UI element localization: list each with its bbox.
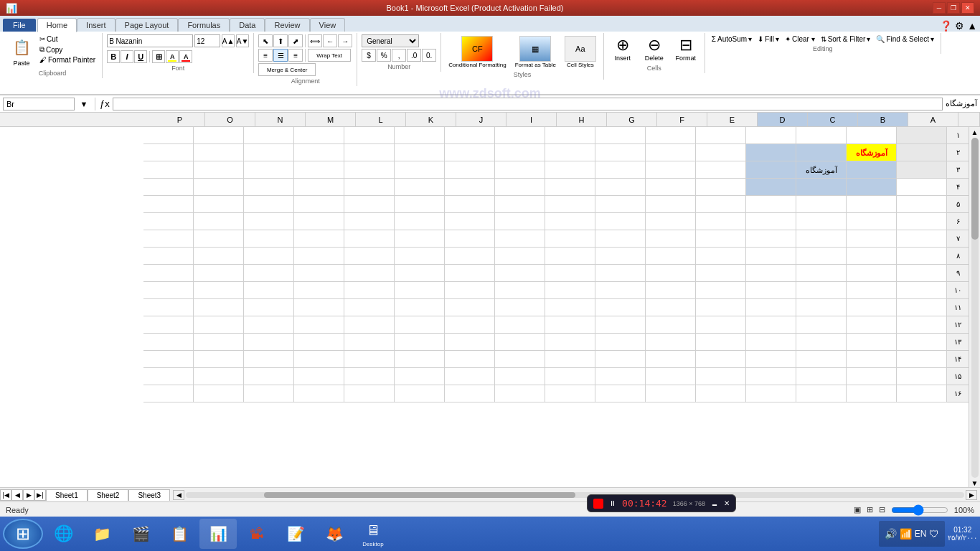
cell-j9[interactable] [445,265,495,282]
cell-o8[interactable] [194,248,244,265]
name-box-dropdown[interactable]: ▼ [77,98,90,110]
cell-f12[interactable] [646,316,696,334]
cell-j1[interactable] [445,127,495,144]
cell-f7[interactable] [646,230,696,248]
cell-j7[interactable] [445,230,495,248]
cell-m9[interactable] [294,265,344,282]
number-format-select[interactable]: General [362,34,419,47]
cell-k3[interactable] [395,161,445,179]
zoom-slider[interactable] [891,504,948,516]
align-left-button[interactable]: ≡ [258,49,273,62]
cell-g9[interactable] [595,265,646,282]
wrap-text-button[interactable]: Wrap Text [308,49,351,62]
row-num-9[interactable]: ۹ [947,265,969,282]
cell-f11[interactable] [646,299,696,316]
cell-n9[interactable] [244,265,294,282]
cell-p3[interactable] [143,161,194,179]
close-recording-icon[interactable]: ✕ [724,499,730,507]
cell-l12[interactable] [344,316,395,334]
cell-f3[interactable] [646,161,696,179]
decimal-increase-button[interactable]: .0 [407,49,421,62]
cell-g6[interactable] [595,213,646,230]
col-header-e[interactable]: E [707,113,758,127]
cell-p15[interactable] [143,368,194,385]
vertical-scrollbar[interactable]: ▲ ▼ [969,127,980,487]
cell-o10[interactable] [194,282,244,299]
cell-o3[interactable] [194,161,244,179]
cell-b10[interactable] [847,282,897,299]
font-size-decrease-button[interactable]: A▼ [236,34,249,47]
cell-f14[interactable] [646,351,696,368]
cell-m15[interactable] [294,368,344,385]
cell-p6[interactable] [143,213,194,230]
cell-e9[interactable] [696,265,746,282]
cell-a1[interactable] [897,127,947,144]
cell-n13[interactable] [244,334,294,351]
cell-e4[interactable] [696,179,746,196]
cell-i10[interactable] [495,282,545,299]
cell-g15[interactable] [595,368,646,385]
align-top-right-button[interactable]: ⬈ [288,34,303,47]
cell-j6[interactable] [445,213,495,230]
cell-e10[interactable] [696,282,746,299]
format-button[interactable]: ⊟ Format [672,34,700,63]
cell-l9[interactable] [344,265,395,282]
cell-l5[interactable] [344,196,395,213]
row-num-14[interactable]: ۱۴ [947,351,969,368]
cell-h2[interactable] [545,144,595,161]
cell-e15[interactable] [696,368,746,385]
cell-m6[interactable] [294,213,344,230]
cell-e2[interactable] [696,144,746,161]
cell-c7[interactable] [796,230,847,248]
cell-n8[interactable] [244,248,294,265]
cell-h16[interactable] [545,385,595,402]
pause-icon[interactable]: ⏸ [609,499,616,507]
cell-m14[interactable] [294,351,344,368]
cell-c15[interactable] [796,368,847,385]
cell-f5[interactable] [646,196,696,213]
sheet-nav-next[interactable]: ▶ [23,489,34,501]
cell-c5[interactable] [796,196,847,213]
cell-e7[interactable] [696,230,746,248]
border-button[interactable]: ⊞ [152,50,165,63]
underline-button[interactable]: U [134,50,147,63]
cell-b13[interactable] [847,334,897,351]
cell-p1[interactable] [143,127,194,144]
cell-k9[interactable] [395,265,445,282]
cell-j8[interactable] [445,248,495,265]
cell-p16[interactable] [143,385,194,402]
cell-l13[interactable] [344,334,395,351]
cell-j2[interactable] [445,144,495,161]
cell-a9[interactable] [897,265,947,282]
cell-a16[interactable] [897,385,947,402]
merge-center-button[interactable]: Merge & Center [258,63,316,76]
cell-g11[interactable] [595,299,646,316]
clock[interactable]: 01:32 ۲۵/۷/۲۰۰۰ [948,526,977,542]
cell-n3[interactable] [244,161,294,179]
cell-j16[interactable] [445,385,495,402]
cell-m4[interactable] [294,179,344,196]
cell-p4[interactable] [143,179,194,196]
tab-insert[interactable]: Insert [77,18,116,32]
cell-m11[interactable] [294,299,344,316]
cell-g1[interactable] [595,127,646,144]
cell-n2[interactable] [244,144,294,161]
cell-h10[interactable] [545,282,595,299]
cell-a8[interactable] [897,248,947,265]
clear-button[interactable]: ✦ Clear ▾ [783,34,817,44]
window-controls[interactable]: ─ ❐ ✕ [933,2,974,14]
align-top-left-button[interactable]: ⬉ [258,34,273,47]
cell-p12[interactable] [143,316,194,334]
cell-l14[interactable] [344,351,395,368]
cell-e12[interactable] [696,316,746,334]
cell-e14[interactable] [696,351,746,368]
language-icon[interactable]: EN [915,529,927,539]
col-header-p[interactable]: P [155,113,205,127]
cell-j13[interactable] [445,334,495,351]
cell-o2[interactable] [194,144,244,161]
cell-k11[interactable] [395,299,445,316]
cell-i8[interactable] [495,248,545,265]
cell-o9[interactable] [194,265,244,282]
cell-h15[interactable] [545,368,595,385]
cell-c12[interactable] [796,316,847,334]
